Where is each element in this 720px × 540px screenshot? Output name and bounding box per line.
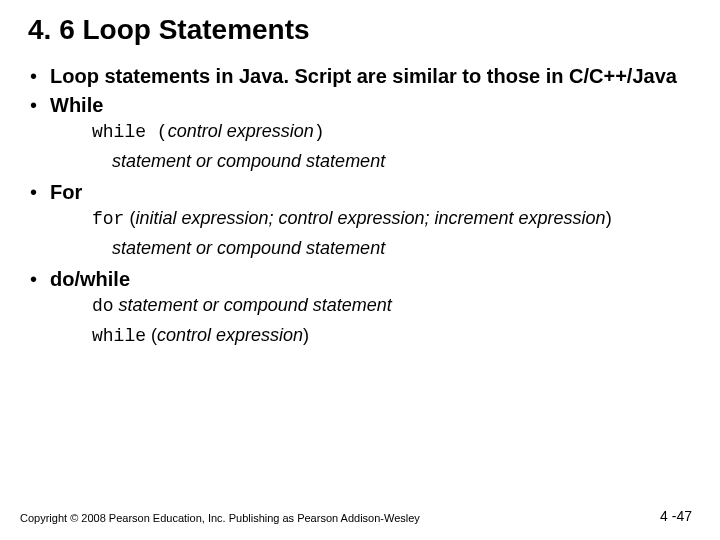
slide-title: 4. 6 Loop Statements [28, 14, 692, 46]
dowhile-ctrl: control expression [157, 325, 303, 345]
while-label: While [50, 93, 692, 118]
for-keyword: for [92, 209, 124, 229]
while-syntax: while (control expression) [92, 120, 692, 144]
while-ctrl: control expression [168, 121, 314, 141]
bullet-intro: Loop statements in Java. Script are simi… [28, 64, 692, 89]
slide: 4. 6 Loop Statements Loop statements in … [0, 0, 720, 540]
page-number: 4 -47 [660, 508, 692, 524]
do-keyword: do [92, 296, 114, 316]
dowhile-while-keyword: while [92, 326, 146, 346]
dowhile-open: ( [146, 325, 157, 345]
do-line: do statement or compound statement [92, 294, 692, 318]
for-args: initial expression; control expression; … [135, 208, 605, 228]
for-label: For [50, 180, 692, 205]
while-body: statement or compound statement [112, 150, 692, 173]
dowhile-close: ) [303, 325, 309, 345]
for-body: statement or compound statement [112, 237, 692, 260]
bullet-dowhile: do/while do statement or compound statem… [28, 267, 692, 349]
dowhile-label: do/while [50, 267, 692, 292]
for-close: ) [606, 208, 612, 228]
bullet-while: While while (control expression) stateme… [28, 93, 692, 174]
do-body: statement or compound statement [114, 295, 392, 315]
dowhile-while-line: while (control expression) [92, 324, 692, 348]
while-keyword: while ( [92, 122, 168, 142]
for-syntax: for (initial expression; control express… [92, 207, 692, 231]
bullet-list: Loop statements in Java. Script are simi… [28, 64, 692, 348]
bullet-for: For for (initial expression; control exp… [28, 180, 692, 261]
while-close: ) [314, 122, 325, 142]
copyright-text: Copyright © 2008 Pearson Education, Inc.… [20, 512, 420, 524]
intro-text: Loop statements in Java. Script are simi… [50, 64, 692, 89]
for-open: ( [124, 208, 135, 228]
